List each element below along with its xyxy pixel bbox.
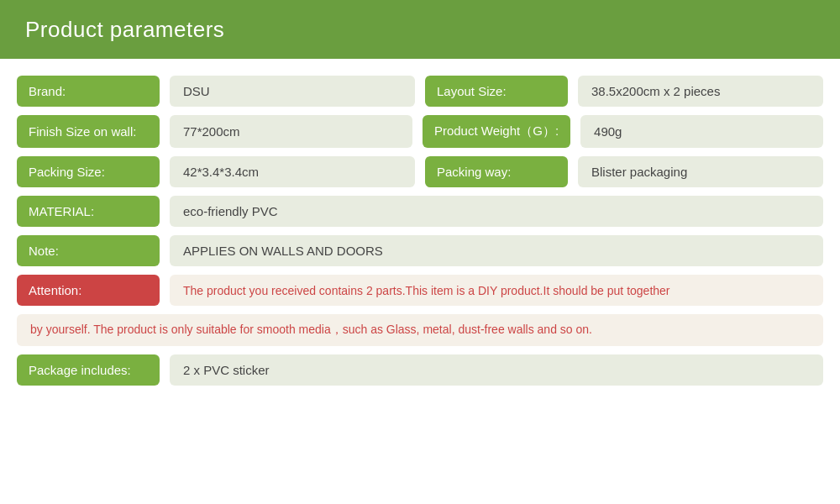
layout-value: 38.5x200cm x 2 pieces bbox=[578, 76, 823, 107]
package-label: Package includes: bbox=[17, 354, 160, 386]
packing-value: 42*3.4*3.4cm bbox=[170, 156, 415, 187]
attention-value: The product you received contains 2 part… bbox=[170, 275, 823, 306]
packing-label: Packing Size: bbox=[17, 156, 160, 187]
row-packing: Packing Size: 42*3.4*3.4cm Packing way: … bbox=[17, 156, 823, 187]
finish-label: Finish Size on wall: bbox=[17, 115, 160, 148]
weight-value: 490g bbox=[580, 115, 823, 148]
material-value: eco-friendly PVC bbox=[170, 196, 823, 227]
row-attention: Attention: The product you received cont… bbox=[17, 275, 823, 306]
row-package: Package includes: 2 x PVC sticker bbox=[17, 354, 823, 386]
brand-value: DSU bbox=[170, 76, 415, 107]
finish-value: 77*200cm bbox=[170, 115, 412, 148]
material-label: MATERIAL: bbox=[17, 196, 160, 227]
attention-continuation: by yourself. The product is only suitabl… bbox=[17, 314, 823, 346]
page-header: Product parameters bbox=[0, 0, 840, 59]
page-title: Product parameters bbox=[25, 17, 224, 43]
package-value: 2 x PVC sticker bbox=[170, 354, 823, 386]
row-finish-weight: Finish Size on wall: 77*200cm Product We… bbox=[17, 115, 823, 148]
note-value: APPLIES ON WALLS AND DOORS bbox=[170, 235, 823, 266]
weight-label: Product Weight（G）: bbox=[423, 115, 570, 148]
row-attention-continuation: by yourself. The product is only suitabl… bbox=[17, 314, 823, 346]
row-brand-layout: Brand: DSU Layout Size: 38.5x200cm x 2 p… bbox=[17, 76, 823, 107]
content-area: Brand: DSU Layout Size: 38.5x200cm x 2 p… bbox=[0, 59, 840, 402]
packing-way-value: Blister packaging bbox=[578, 156, 823, 187]
note-label: Note: bbox=[17, 235, 160, 266]
brand-label: Brand: bbox=[17, 76, 160, 107]
row-note: Note: APPLIES ON WALLS AND DOORS bbox=[17, 235, 823, 266]
attention-label: Attention: bbox=[17, 275, 160, 306]
row-material: MATERIAL: eco-friendly PVC bbox=[17, 196, 823, 227]
packing-way-label: Packing way: bbox=[425, 156, 568, 187]
layout-label: Layout Size: bbox=[425, 76, 568, 107]
